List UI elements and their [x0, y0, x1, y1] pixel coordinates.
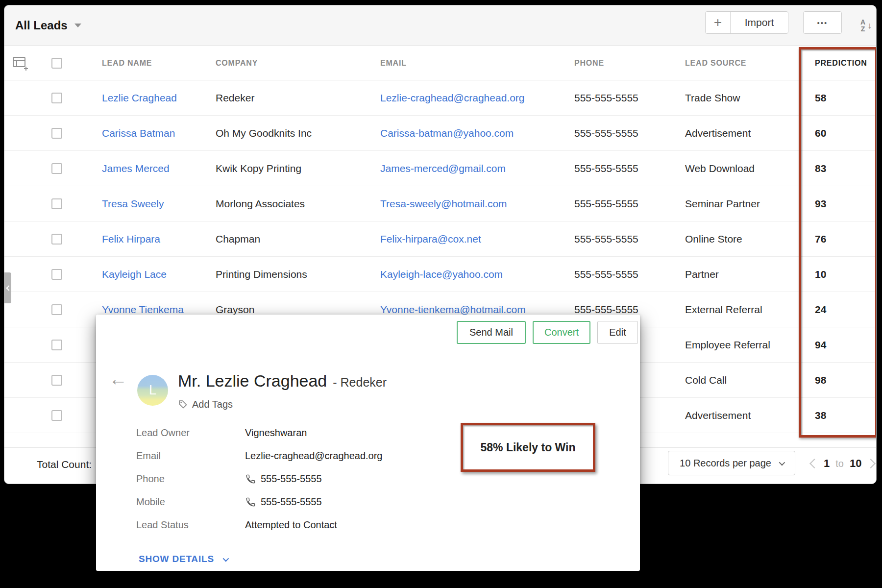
prediction-cell: 38 [815, 398, 826, 433]
more-actions-button[interactable]: ••• [803, 11, 842, 34]
field-row: Mobile 555-555-5555 [136, 490, 382, 514]
column-header-company[interactable]: COMPANY [216, 46, 258, 80]
table-row[interactable]: Kayleigh Lace Printing Dimensions Kaylei… [4, 257, 876, 292]
records-per-page-dropdown[interactable]: 10 Records per page [668, 451, 795, 475]
add-tags-label: Add Tags [192, 399, 233, 410]
lead-name-link[interactable]: Tresa Sweely [102, 186, 164, 221]
email-link[interactable]: Kayleigh-lace@yahoo.com [380, 257, 503, 292]
show-details-label: SHOW DETAILS [139, 554, 214, 564]
chevron-down-icon [222, 555, 229, 562]
row-checkbox[interactable] [51, 340, 62, 350]
row-checkbox[interactable] [51, 269, 62, 280]
row-checkbox[interactable] [51, 128, 62, 139]
lead-source-cell: Web Download [685, 151, 755, 186]
table-row[interactable]: Lezlie Craghead Redeker Lezlie-craghead@… [4, 80, 876, 116]
lead-name-link[interactable]: Lezlie Craghead [102, 80, 177, 116]
add-tags-button[interactable]: Add Tags [178, 399, 233, 410]
email-link[interactable]: Tresa-sweely@hotmail.com [380, 186, 507, 221]
create-import-split-button: + Import [705, 11, 788, 34]
total-count-label: Total Count: [37, 459, 92, 470]
column-header-phone[interactable]: PHONE [574, 46, 604, 80]
view-selector-dropdown[interactable]: All Leads [15, 5, 81, 46]
lead-name-link[interactable]: Carissa Batman [102, 116, 175, 151]
field-row: Phone 555-555-5555 [136, 467, 382, 490]
card-header: Send Mail Convert Edit [96, 315, 640, 356]
field-label: Mobile [136, 496, 245, 508]
prediction-cell: 98 [815, 363, 826, 398]
prediction-cell: 83 [815, 151, 826, 186]
view-selector-label: All Leads [15, 19, 68, 32]
row-checkbox[interactable] [51, 93, 62, 103]
email-link[interactable]: Felix-hirpara@cox.net [380, 221, 481, 257]
select-all-checkbox[interactable] [51, 58, 62, 69]
row-checkbox[interactable] [51, 375, 62, 386]
page-range-to: to [835, 458, 844, 469]
likely-to-win-badge: 58% Likely to Win [461, 423, 595, 472]
column-header-prediction[interactable]: PREDICTION [815, 46, 867, 80]
row-checkbox[interactable] [51, 234, 62, 245]
column-header-email[interactable]: EMAIL [380, 46, 407, 80]
prediction-cell: 94 [815, 327, 826, 363]
company-cell: Redeker [216, 80, 254, 116]
table-row[interactable]: James Merced Kwik Kopy Printing James-me… [4, 151, 876, 186]
previous-page-icon[interactable] [809, 459, 819, 468]
phone-cell: 555-555-5555 [574, 257, 638, 292]
field-row: Lead Status Attempted to Contact [136, 514, 382, 537]
phone-cell: 555-555-5555 [574, 116, 638, 151]
column-header-lead-source[interactable]: LEAD SOURCE [685, 46, 746, 80]
company-cell: Printing Dimensions [216, 257, 307, 292]
phone-cell: 555-555-5555 [574, 186, 638, 221]
company-cell: Chapman [216, 221, 260, 257]
prediction-cell: 58 [815, 80, 826, 116]
lead-name-link[interactable]: James Merced [102, 151, 170, 186]
phone-cell: 555-555-5555 [574, 221, 638, 257]
prediction-cell: 76 [815, 221, 826, 257]
company-cell: Kwik Kopy Printing [216, 151, 301, 186]
lead-company-subtitle: - Redeker [333, 375, 387, 390]
column-header-lead-name[interactable]: LEAD NAME [102, 46, 152, 80]
email-link[interactable]: Carissa-batman@yahoo.com [380, 116, 514, 151]
email-link[interactable]: Lezlie-craghead@craghead.org [380, 80, 525, 116]
edit-button[interactable]: Edit [597, 321, 638, 344]
sort-arrow-down-icon: ↓ [867, 21, 872, 31]
row-checkbox[interactable] [51, 198, 62, 209]
sort-a-z-icon[interactable]: A Z ↓ [860, 14, 877, 37]
lead-name-link[interactable]: Felix Hirpara [102, 221, 160, 257]
field-value[interactable]: 555-555-5555 [261, 496, 322, 508]
row-checkbox[interactable] [51, 410, 62, 421]
table-row[interactable]: Tresa Sweely Morlong Associates Tresa-sw… [4, 186, 876, 221]
send-mail-button[interactable]: Send Mail [457, 321, 526, 344]
row-checkbox[interactable] [51, 163, 62, 174]
prediction-cell: 93 [815, 186, 826, 221]
lead-source-cell: Trade Show [685, 80, 740, 116]
email-link[interactable]: James-merced@gmail.com [380, 151, 506, 186]
back-arrow-icon[interactable]: ← [109, 369, 127, 388]
field-label: Lead Status [136, 519, 245, 531]
chevron-left-icon [6, 285, 11, 291]
field-value: Lezlie-craghead@craghead.org [245, 450, 382, 462]
chevron-down-icon [74, 24, 81, 27]
lead-source-cell: Advertisement [685, 398, 751, 433]
convert-button[interactable]: Convert [533, 321, 590, 344]
lead-name-link[interactable]: Kayleigh Lace [102, 257, 167, 292]
company-cell: Oh My Goodknits Inc [216, 116, 312, 151]
table-row[interactable]: Carissa Batman Oh My Goodknits Inc Caris… [4, 116, 876, 151]
field-value[interactable]: 555-555-5555 [261, 473, 322, 485]
table-row[interactable]: Felix Hirpara Chapman Felix-hirpara@cox.… [4, 221, 876, 257]
prediction-cell: 10 [815, 257, 826, 292]
phone-icon [245, 497, 256, 508]
row-checkbox[interactable] [51, 304, 62, 315]
page-range-start: 1 [824, 457, 830, 470]
show-details-link[interactable]: SHOW DETAILS [139, 554, 227, 564]
lead-detail-card: Send Mail Convert Edit ← L Mr. Lezlie Cr… [96, 315, 640, 571]
create-lead-button[interactable]: + [706, 12, 731, 33]
import-button[interactable]: Import [731, 12, 788, 33]
phone-icon [245, 474, 256, 485]
lead-source-cell: Seminar Partner [685, 186, 760, 221]
lead-source-cell: External Referral [685, 292, 762, 327]
toolbar: All Leads + Import ••• A Z ↓ [4, 5, 876, 46]
next-page-icon[interactable] [866, 459, 876, 468]
manage-columns-icon[interactable] [12, 55, 29, 71]
sort-letter-a: A [860, 19, 865, 25]
collapse-panel-handle[interactable] [4, 272, 11, 303]
